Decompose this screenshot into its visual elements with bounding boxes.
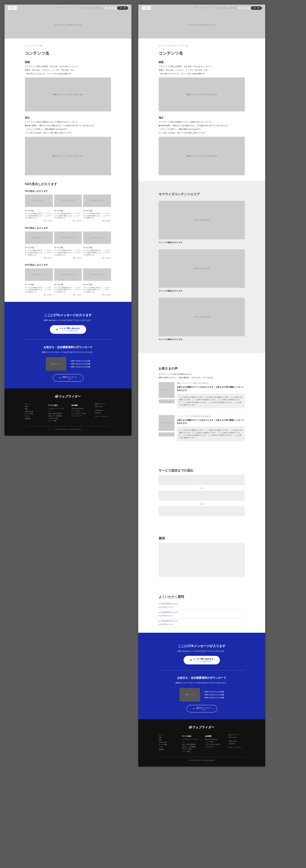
footer-link[interactable]: ブログ [159, 746, 175, 748]
footer-link[interactable]: 公式Facebook [228, 740, 245, 743]
nav-item[interactable]: 採用情報 [228, 6, 236, 9]
footer-link[interactable]: メンバー紹介 [205, 741, 222, 743]
footer-link[interactable]: 資料ダウンロード [228, 734, 245, 736]
more-link[interactable]: 詳しくみる › [83, 294, 111, 296]
footer-link[interactable]: Web rider MISSION [72, 407, 88, 410]
kadai-text: （●●で悩んでいませんか、そういう方には●●が必要です） [159, 72, 245, 75]
nav-item[interactable]: 事例 [194, 6, 199, 9]
faq-heading: よくいただく質問 [159, 595, 245, 599]
footer-link[interactable]: 公式Facebook [95, 409, 111, 412]
kadai-image-placeholder: 課題のイメージ・スライドが入ります [159, 78, 245, 112]
contact-button[interactable]: ✉ メールで問い合わせるフォームの必要事項を送信 [184, 656, 220, 664]
more-link[interactable]: 詳しくみる › [83, 257, 111, 259]
nav-item[interactable]: データ連携 [78, 6, 87, 9]
cta-dl-sub: 資料ダウンロードのハードルを下げるサブテキストが入ります。 [159, 682, 245, 685]
more-link[interactable]: 詳しくみる › [25, 220, 53, 222]
footer-link[interactable]: 内部スタッフ育成事業 [48, 415, 65, 417]
footer-link[interactable]: アクセスマップ [72, 415, 88, 417]
breadcrumb-parent[interactable]: コンテンツ名 [166, 45, 176, 46]
main-content: ホーム › コンテンツ名 › コンテンツ名 コンテンツ名 課題 クライアントが抱… [138, 38, 265, 181]
footer-link[interactable]: 採用情報 [159, 748, 175, 751]
footer-link[interactable]: 採用情報 [25, 417, 41, 420]
result-pill[interactable]: 公開・成果 [251, 6, 262, 10]
footer-link[interactable]: プロダクト支援 [48, 417, 65, 420]
footer-link[interactable]: メディア事業 [48, 420, 65, 422]
nav-item[interactable]: 事例 [60, 6, 65, 9]
footer-link[interactable]: お客さまの声 [25, 410, 41, 413]
footer-link[interactable]: プライバシーポリシー [228, 746, 245, 749]
footer-link[interactable]: 企画・制作の品質支援 [182, 743, 199, 746]
footer-link[interactable]: 事例 [25, 408, 41, 410]
more-link[interactable]: 詳しくみる › [54, 257, 82, 259]
cards-text-row: サービス名サービスの簡単な紹介文。ここにサービスの説明が簡単に入る。ここにサービ… [25, 282, 111, 297]
footer-link[interactable]: 企画・制作の品質支援 [48, 412, 65, 415]
footer-link[interactable]: 資料ダウンロード [95, 403, 111, 405]
logo[interactable]: ロゴ [8, 6, 17, 10]
footer-link[interactable]: 事例 [159, 739, 175, 741]
contact-pill[interactable]: お問い合わせ [104, 6, 116, 10]
faq-answer: FAQの回答文が入ります。 [159, 623, 245, 625]
voice-subtitle: フィード・フォワード支援を受けられたお客さま [177, 415, 245, 417]
footer-link[interactable]: お客さまの声 [159, 741, 175, 744]
footer-link[interactable]: セミナー情報 [25, 412, 41, 415]
footer-link[interactable]: メディア事業 [182, 750, 199, 753]
footer-link[interactable]: 特集 [25, 405, 41, 408]
nav-item[interactable]: サービス [204, 6, 211, 9]
slide-caption: スライドの補足文が入ります。 [159, 338, 245, 341]
breadcrumb-home[interactable]: ホーム [25, 45, 30, 46]
footer-link[interactable]: ホーム [159, 734, 175, 736]
footer-link[interactable]: お問い合わせ [228, 736, 245, 739]
footer-link[interactable]: 公式Twitter [95, 412, 111, 414]
footer-link[interactable]: アクセスマップ [205, 746, 222, 748]
footer-link[interactable]: セミナー情報 [159, 743, 175, 746]
footer-link[interactable]: 公式Twitter [228, 743, 245, 745]
footer-link[interactable]: プロダクト支援 [182, 748, 199, 750]
nav-item[interactable]: 採用情報 [95, 6, 102, 9]
more-link[interactable]: 詳しくみる › [25, 257, 53, 259]
artboard-right: ロゴ ホーム 事例 特集 サービス データ連携 会社情報 採用情報 お問い合わせ… [138, 4, 265, 767]
footer-link[interactable]: オフィス&スタジオ紹介 [205, 743, 222, 746]
kadai-image-placeholder: 課題のイメージ・スライドが入ります [25, 78, 111, 112]
footer-link[interactable]: メンバー紹介 [72, 410, 88, 412]
nav-item[interactable]: サービス [70, 6, 78, 9]
download-button[interactable]: ⬇ 資料ダウンロード※無料 [53, 374, 83, 381]
flow-section: サービス提供までの流れ [138, 455, 265, 524]
download-row: 資料イメージ 資料に含まれるものを記載資料に含まれるものを記載資料に含まれるもの… [159, 688, 245, 702]
result-pill[interactable]: 公開・成果 [117, 6, 128, 10]
footer-link[interactable]: コンサルティング・プランナー [48, 407, 65, 412]
nav-item[interactable]: 会社情報 [87, 6, 94, 9]
logo[interactable]: ロゴ [142, 6, 151, 10]
contact-pill[interactable]: お問い合わせ [238, 6, 250, 10]
card-text: サービス名サービスの簡単な紹介文。ここにサービスの説明が簡単に入る。ここにサービ… [25, 245, 53, 260]
flow-step [159, 475, 245, 485]
footer-link[interactable]: プライバシーポリシー [95, 415, 111, 418]
contact-button[interactable]: ✉ メールで問い合わせるフォームの必要事項を送信 [50, 325, 86, 334]
tsuyomi-heading: 強み [159, 116, 245, 119]
footer-link[interactable]: ホーム [25, 403, 41, 405]
nav-item[interactable]: データ連携 [212, 6, 220, 9]
footer-link[interactable]: お問い合わせ [95, 405, 111, 408]
tsuyomi-text: 解決策の提案と、貴社ならではの強みを伝え、その強みが何に効いているかを伝える。 [25, 124, 111, 127]
more-link[interactable]: 詳しくみる › [25, 294, 53, 296]
download-icon: ⬇ [193, 708, 195, 710]
footer-col: 会社情報 Web rider MISSION メンバー紹介 オフィス&スタジオ紹… [72, 403, 88, 422]
more-link[interactable]: 詳しくみる › [83, 220, 111, 222]
card-image: サービスイメージ [83, 231, 111, 244]
more-link[interactable]: 詳しくみる › [54, 294, 82, 296]
nav-item[interactable]: 会社情報 [221, 6, 228, 9]
download-button[interactable]: ⬇ 資料ダウンロード※無料 [187, 705, 217, 712]
nav-item[interactable]: 特集 [199, 6, 203, 9]
footer-link[interactable]: 内部スタッフ育成事業 [182, 746, 199, 748]
footer-link[interactable]: 特集 [159, 736, 175, 739]
more-link[interactable]: 詳しくみる › [54, 220, 82, 222]
footer-link[interactable]: コンサルティング・プランナー [182, 738, 199, 743]
footer-link[interactable]: オフィス&スタジオ紹介 [72, 412, 88, 415]
footer-link[interactable]: ブログ [25, 415, 41, 417]
nav-item[interactable]: 特集 [65, 6, 70, 9]
main-content: ホーム › コンテンツ名 コンテンツ名 課題 クライアントが抱える課題を「見える… [4, 38, 132, 302]
breadcrumb-home[interactable]: ホーム [159, 45, 163, 46]
footer-columns: ホーム 特集 事例 お客さまの声 セミナー情報 ブログ 採用情報 サービス紹介 … [25, 403, 111, 422]
nav-item[interactable]: ホーム [54, 6, 60, 9]
nav-item[interactable]: ホーム [188, 6, 194, 9]
footer-link[interactable]: Web rider MISSION [205, 738, 222, 741]
